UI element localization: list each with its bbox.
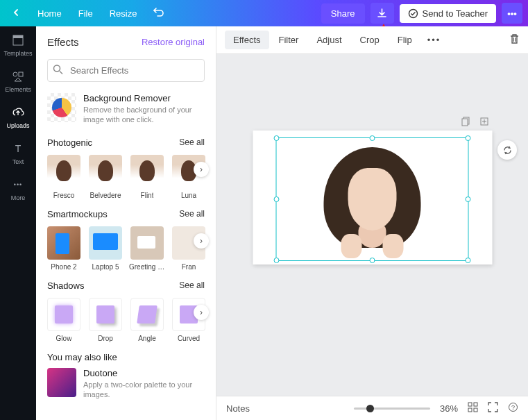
see-all-photogenic[interactable]: See all [179,137,205,147]
undo-button[interactable] [146,3,171,24]
effect-flint[interactable]: Flint [130,155,164,199]
home-button[interactable]: Home [31,4,69,23]
sync-button[interactable] [497,140,517,160]
selected-image[interactable] [275,137,468,261]
fullscreen-button[interactable] [488,402,498,414]
file-menu[interactable]: File [71,4,100,23]
delete-button[interactable] [509,33,520,47]
zoom-slider[interactable] [354,408,430,410]
shadows-row: Glow Drop Angle Curved › [36,294,216,348]
bg-remover-title: Background Remover [83,93,205,103]
resize-handle-tl[interactable] [273,135,279,141]
smartmockups-row: Phone 2 Laptop 5 Greeting car… Fran › [36,222,216,276]
bottom-bar: Notes 36% ? [216,396,528,420]
svg-rect-12 [468,403,472,406]
left-rail: Templates Elements Uploads T Text ••• Mo… [0,26,36,420]
search-effects-input[interactable] [47,59,205,82]
more-icon: ••• [11,178,25,192]
svg-rect-5 [19,72,23,76]
send-to-teacher-button[interactable]: Send to Teacher [400,4,496,23]
text-icon: T [11,142,25,156]
canvas-viewport[interactable]: ⇅ + Add page [216,54,528,396]
image-toolbar: Effects Filter Adjust Crop Flip ••• [216,26,528,54]
portrait-image [309,144,434,262]
effects-panel: Effects Restore original Background Remo… [36,26,216,420]
svg-point-4 [13,72,17,76]
bg-remover-thumb [47,93,76,122]
shadow-glow[interactable]: Glow [47,298,80,342]
help-button[interactable]: ? [508,402,518,414]
duplicate-page-button[interactable] [460,115,472,128]
svg-rect-13 [474,403,477,406]
topbar-more-button[interactable]: ••• [502,3,522,24]
zoom-level[interactable]: 36% [440,403,458,414]
scroll-right-photogenic[interactable]: › [194,162,209,177]
resize-handle-rm[interactable] [465,196,470,202]
bg-remover-item[interactable]: Background Remover Remove the background… [36,90,216,133]
check-circle-icon [408,8,418,19]
restore-original-link[interactable]: Restore original [142,37,205,47]
tool-more[interactable]: ••• [427,35,441,45]
svg-text:?: ? [511,404,515,411]
svg-point-7 [54,65,60,72]
shadow-drop[interactable]: Drop [89,298,122,342]
see-all-shadows[interactable]: See all [179,280,205,290]
resize-handle-lm[interactable] [273,196,279,202]
rail-templates[interactable]: Templates [3,33,32,57]
resize-button[interactable]: Resize [103,4,144,23]
back-button[interactable] [6,4,28,23]
notes-button[interactable]: Notes [226,403,250,414]
page-actions [460,115,491,128]
tool-filter[interactable]: Filter [271,31,307,49]
search-icon [53,64,63,77]
grid-view-button[interactable] [468,402,478,414]
rail-elements[interactable]: Elements [5,69,31,93]
send-teacher-label: Send to Teacher [423,8,488,19]
canvas-area: Effects Filter Adjust Crop Flip ••• [216,26,528,420]
duotone-item[interactable]: Duotone Apply a two-color palette to you… [36,365,216,408]
shadow-angle[interactable]: Angle [130,298,164,342]
share-button[interactable]: Share [321,3,365,24]
effect-belvedere[interactable]: Belvedere [89,155,122,199]
section-photogenic-title: Photogenic [47,137,92,148]
topbar-right: Share Send to Teacher ••• [321,3,522,24]
resize-handle-tm[interactable] [369,135,375,141]
scroll-right-smartmockups[interactable]: › [194,233,209,249]
duotone-desc: Apply a two-color palette to your images… [83,380,205,400]
uploads-icon [11,106,25,119]
tool-adjust[interactable]: Adjust [308,31,350,49]
zoom-slider-thumb[interactable] [366,405,374,412]
top-bar: Home File Resize Share Send to Teacher •… [0,0,528,26]
mockup-laptop5[interactable]: Laptop 5 [89,226,122,271]
mockup-phone2[interactable]: Phone 2 [47,226,80,271]
svg-rect-14 [468,408,472,412]
rail-more[interactable]: ••• More [11,178,26,201]
section-youmay-title: You may also like [47,352,117,362]
download-button[interactable] [371,3,394,24]
panel-title: Effects [47,36,79,48]
tool-crop[interactable]: Crop [352,31,388,49]
see-all-smartmockups[interactable]: See all [179,209,205,219]
mockup-greeting[interactable]: Greeting car… [130,226,164,271]
section-shadows-title: Shadows [47,280,84,291]
tool-effects[interactable]: Effects [225,31,269,49]
section-smartmockups-title: Smartmockups [47,209,108,219]
scroll-right-shadows[interactable]: › [194,305,209,320]
topbar-left: Home File Resize [6,3,171,24]
svg-rect-3 [13,35,23,38]
rail-text[interactable]: T Text [11,142,25,165]
svg-rect-10 [462,119,468,126]
templates-icon [11,33,25,47]
resize-handle-tr[interactable] [465,135,470,141]
resize-handle-br[interactable] [465,258,470,263]
tool-flip[interactable]: Flip [389,31,420,49]
svg-point-1 [409,9,417,17]
rail-uploads[interactable]: Uploads [6,106,29,129]
svg-rect-15 [474,408,477,412]
effect-fresco[interactable]: Fresco [47,155,80,199]
design-page[interactable] [253,131,492,264]
svg-line-8 [60,71,62,74]
resize-handle-bm[interactable] [369,258,375,263]
resize-handle-bl[interactable] [273,258,279,263]
add-page-icon-button[interactable] [478,115,491,128]
